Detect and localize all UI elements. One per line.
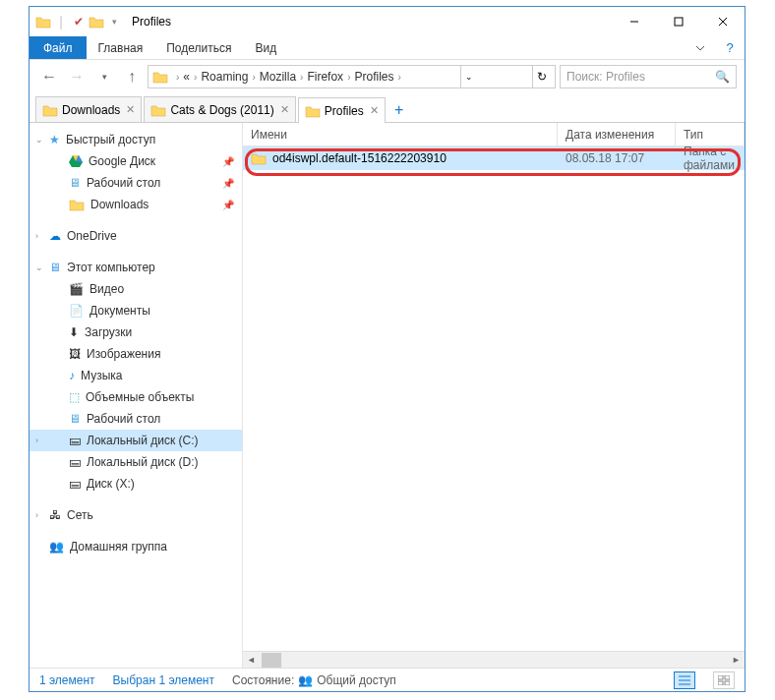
close-button[interactable] — [700, 7, 745, 36]
column-date[interactable]: Дата изменения — [558, 123, 676, 146]
folder-icon — [150, 103, 166, 117]
folder-icon — [42, 103, 58, 117]
nav-item[interactable]: ›🖴Локальный диск (C:) — [30, 430, 242, 451]
file-list[interactable]: od4iswpl.default-1516222203910 08.05.18 … — [243, 146, 745, 651]
star-icon: ★ — [49, 133, 60, 146]
svg-rect-7 — [718, 675, 723, 679]
help-button[interactable]: ? — [715, 36, 745, 59]
breadcrumb-item[interactable]: Profiles — [354, 70, 393, 84]
folder-tabs: Downloads ✕ Cats & Dogs (2011) ✕ Profile… — [30, 93, 745, 123]
pin-icon: 📌 — [222, 200, 234, 210]
back-button[interactable]: ← — [37, 65, 61, 88]
folder-tab[interactable]: Cats & Dogs (2011) ✕ — [144, 96, 295, 122]
qat-folder-icon[interactable] — [89, 14, 104, 29]
nav-item[interactable]: ⬚Объемные объекты — [30, 386, 242, 408]
column-type[interactable]: Тип — [676, 123, 745, 146]
nav-onedrive[interactable]: ›☁OneDrive — [30, 225, 242, 247]
breadcrumb-item[interactable]: Firefox — [307, 70, 343, 84]
chevron-right-icon[interactable]: › — [194, 72, 197, 83]
nav-item[interactable]: 📄Документы — [30, 300, 242, 321]
tab-close-icon[interactable]: ✕ — [280, 103, 289, 116]
nav-network[interactable]: ›🖧Сеть — [30, 504, 242, 526]
breadcrumb-dropdown[interactable]: ⌄ — [460, 66, 477, 88]
breadcrumb-prev[interactable]: « — [183, 70, 190, 84]
chevron-right-icon[interactable]: › — [35, 436, 38, 445]
folder-tab[interactable]: Profiles ✕ — [298, 97, 386, 123]
scroll-right-icon[interactable]: ► — [728, 652, 745, 669]
file-row[interactable]: od4iswpl.default-1516222203910 08.05.18 … — [243, 146, 745, 170]
chevron-down-icon[interactable]: ⌄ — [35, 262, 43, 272]
qat-check-icon[interactable]: ✔ — [71, 14, 87, 29]
scroll-left-icon[interactable]: ◄ — [243, 652, 260, 669]
column-name[interactable]: Имени — [243, 123, 558, 146]
tab-close-icon[interactable]: ✕ — [126, 103, 135, 116]
nav-quick-access[interactable]: ⌄★Быстрый доступ — [30, 129, 242, 150]
chevron-right-icon[interactable]: › — [300, 72, 303, 83]
folder-tab[interactable]: Downloads ✕ — [35, 96, 142, 122]
drive-icon: 🖴 — [69, 477, 81, 491]
view-icons-button[interactable] — [713, 671, 735, 689]
chevron-right-icon[interactable]: › — [347, 72, 350, 83]
tab-close-icon[interactable]: ✕ — [370, 104, 379, 117]
video-icon: 🎬 — [69, 282, 84, 296]
downloads-icon: ⬇ — [69, 325, 79, 339]
nav-item[interactable]: 🖥Рабочий стол — [30, 408, 242, 430]
breadcrumb-item[interactable]: Roaming — [201, 70, 248, 84]
status-bar: 1 элемент Выбран 1 элемент Состояние:👥Об… — [30, 668, 745, 691]
nav-item[interactable]: ♪Музыка — [30, 365, 242, 386]
explorer-window: | ✔ ▾ Profiles Файл Главная Поделиться В… — [29, 6, 745, 692]
breadcrumb[interactable]: › « › Roaming › Mozilla › Firefox › Prof… — [148, 65, 556, 88]
nav-item[interactable]: 🎬Видео — [30, 278, 242, 300]
nav-item[interactable]: 🖴Локальный диск (D:) — [30, 451, 242, 473]
titlebar: | ✔ ▾ Profiles — [30, 7, 745, 36]
nav-this-pc[interactable]: ⌄🖥Этот компьютер — [30, 257, 242, 278]
file-type: Папка с файлами — [676, 145, 745, 172]
nav-item[interactable]: ⬇Загрузки — [30, 321, 242, 343]
qat-dropdown-icon[interactable]: ▾ — [106, 14, 122, 29]
up-button[interactable]: ↑ — [120, 65, 144, 88]
nav-item[interactable]: Downloads📌 — [30, 194, 242, 215]
nav-item[interactable]: 🖴Диск (X:) — [30, 473, 242, 495]
chevron-right-icon[interactable]: › — [35, 510, 38, 520]
forward-button[interactable]: → — [65, 65, 89, 88]
chevron-right-icon[interactable]: › — [176, 72, 179, 83]
scroll-thumb[interactable] — [262, 653, 281, 668]
history-dropdown[interactable]: ▾ — [92, 65, 116, 88]
ribbon-tab-home[interactable]: Главная — [87, 36, 155, 59]
ribbon-expand-button[interactable] — [686, 36, 715, 59]
status-selected: Выбран 1 элемент — [113, 673, 214, 687]
search-placeholder: Поиск: Profiles — [566, 70, 645, 84]
minimize-button[interactable] — [612, 7, 656, 36]
chevron-right-icon[interactable]: › — [35, 231, 38, 241]
folder-icon — [251, 151, 267, 165]
pin-icon: 📌 — [222, 178, 234, 189]
chevron-right-icon[interactable]: › — [252, 72, 255, 83]
view-details-button[interactable] — [674, 671, 695, 689]
ribbon-tab-share[interactable]: Поделиться — [154, 36, 243, 59]
chevron-right-icon[interactable]: › — [397, 72, 400, 83]
nav-item[interactable]: 🖥Рабочий стол📌 — [30, 172, 242, 194]
status-state: Состояние:👥Общий доступ — [232, 673, 396, 687]
breadcrumb-item[interactable]: Mozilla — [260, 70, 296, 84]
nav-homegroup[interactable]: 👥Домашняя группа — [30, 536, 242, 557]
search-input[interactable]: Поиск: Profiles 🔍 — [560, 65, 737, 88]
status-count: 1 элемент — [39, 673, 95, 687]
add-tab-button[interactable]: + — [388, 98, 411, 122]
file-date: 08.05.18 17:07 — [558, 151, 676, 165]
nav-item[interactable]: 🖼Изображения — [30, 343, 242, 365]
svg-rect-10 — [725, 681, 730, 685]
refresh-button[interactable]: ↻ — [532, 66, 551, 88]
ribbon: Файл Главная Поделиться Вид ? — [30, 36, 745, 60]
ribbon-tab-view[interactable]: Вид — [243, 36, 288, 59]
tab-label: Cats & Dogs (2011) — [170, 103, 273, 117]
nav-item[interactable]: Google Диск📌 — [30, 150, 242, 172]
docs-icon: 📄 — [69, 304, 84, 318]
file-tab[interactable]: Файл — [30, 36, 87, 59]
maximize-button[interactable] — [656, 7, 700, 36]
search-icon[interactable]: 🔍 — [715, 70, 730, 84]
column-headers: Имени Дата изменения Тип — [243, 123, 745, 146]
network-icon: 🖧 — [49, 508, 61, 522]
chevron-down-icon[interactable]: ⌄ — [35, 135, 43, 145]
horizontal-scrollbar[interactable]: ◄ ► — [243, 651, 745, 668]
content-area: ⌄★Быстрый доступ Google Диск📌 🖥Рабочий с… — [30, 123, 745, 668]
